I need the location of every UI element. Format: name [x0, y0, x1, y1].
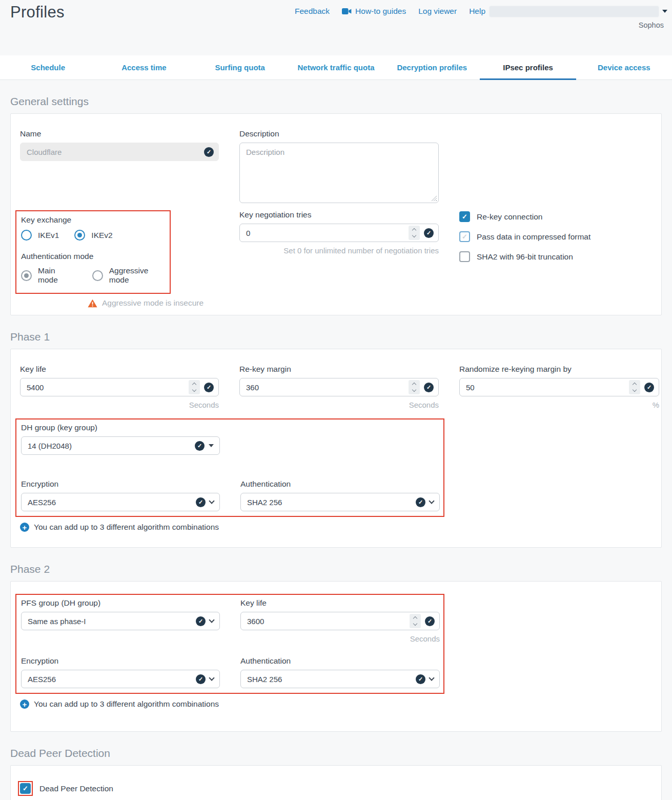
phase1-algorithms-annotation-box: DH group (key group) 14 (DH2048) ✓ Encry…	[15, 418, 444, 517]
radio-aggressive-mode[interactable]	[92, 270, 103, 281]
tab-schedule[interactable]: Schedule	[0, 55, 96, 79]
p2-key-life-label: Key life	[240, 598, 440, 608]
radio-ikev1-label: IKEv1	[38, 231, 59, 240]
tab-decryption-profiles[interactable]: Decryption profiles	[384, 55, 480, 79]
compressed-format-label: Pass data in compressed format	[477, 232, 590, 242]
stepper-control[interactable]	[410, 614, 421, 628]
tab-access-time[interactable]: Access time	[96, 55, 192, 79]
p1-note: You can add up to 3 different algorithm …	[34, 523, 219, 532]
phase2-card: PFS group (DH group) Same as phase-I ✓ K…	[10, 581, 662, 732]
valid-check-icon: ✓	[196, 674, 206, 684]
stepper-control[interactable]	[629, 380, 640, 394]
randomize-margin-input[interactable]: 50 ✓	[459, 378, 659, 396]
warning-triangle-icon	[88, 299, 97, 308]
page-header: Profiles Feedback How-to guides Log view…	[0, 0, 672, 55]
tab-bar: Schedule Access time Surfing quota Netwo…	[0, 55, 672, 80]
p2-key-life-input[interactable]: 3600 ✓	[240, 612, 440, 630]
tab-device-access[interactable]: Device access	[576, 55, 672, 79]
p2-encryption-select[interactable]: AES256 ✓	[21, 670, 220, 688]
p1-authentication-label: Authentication	[240, 479, 440, 489]
phase1-card: Key life 5400 ✓ Seconds Re-key margin 36…	[10, 349, 662, 548]
valid-check-icon: ✓	[425, 616, 435, 626]
general-settings-heading: General settings	[10, 95, 662, 108]
p2-authentication-select[interactable]: SHA2 256 ✓	[240, 670, 440, 688]
chevron-down-icon	[429, 675, 434, 681]
radio-main-mode[interactable]	[21, 270, 32, 281]
log-viewer-link[interactable]: Log viewer	[418, 7, 457, 16]
rekey-margin-input[interactable]: 360 ✓	[239, 378, 439, 396]
p1-encryption-select[interactable]: AES256 ✓	[21, 493, 220, 511]
radio-ikev2-label: IKEv2	[91, 231, 112, 240]
rekey-connection-label: Re-key connection	[477, 212, 542, 222]
valid-check-icon: ✓	[416, 674, 425, 684]
name-label: Name	[20, 129, 219, 138]
sha2-truncation-label: SHA2 with 96-bit truncation	[477, 252, 573, 262]
key-negotiation-input[interactable]: 0 ✓	[239, 224, 439, 242]
p1-key-life-input[interactable]: 5400 ✓	[20, 378, 219, 396]
sha2-truncation-checkbox[interactable]: ✓	[459, 251, 470, 262]
valid-check-icon: ✓	[424, 228, 434, 238]
name-input[interactable]: Cloudflare ✓	[20, 143, 219, 161]
chevron-down-icon[interactable]	[662, 10, 667, 13]
device-selector-redacted[interactable]	[490, 6, 659, 17]
key-negotiation-label: Key negotiation tries	[239, 210, 439, 219]
phase2-algorithms-annotation-box: PFS group (DH group) Same as phase-I ✓ K…	[15, 594, 444, 694]
rekey-margin-label: Re-key margin	[239, 365, 439, 374]
chevron-down-icon	[209, 498, 214, 504]
dpd-toggle-label: Dead Peer Detection	[39, 784, 113, 793]
general-settings-card: Name Cloudflare ✓ Description Descriptio…	[10, 113, 662, 315]
dpd-checkbox[interactable]: ✓	[20, 783, 31, 794]
page-title: Profiles	[10, 3, 65, 22]
caret-down-icon	[209, 444, 214, 447]
p1-encryption-label: Encryption	[21, 479, 220, 489]
auth-mode-label: Authentication mode	[21, 252, 170, 261]
feedback-link[interactable]: Feedback	[295, 7, 330, 16]
key-exchange-annotation-box: Key exchange IKEv1 IKEv2 Authentication …	[15, 210, 171, 294]
p2-note: You can add up to 3 different algorithm …	[34, 699, 219, 709]
dpd-card: ✓ Dead Peer Detection Check peer after e…	[10, 765, 662, 800]
valid-check-icon: ✓	[195, 441, 205, 451]
valid-check-icon: ✓	[204, 147, 214, 157]
help-link[interactable]: Help	[469, 7, 485, 16]
p1-key-life-label: Key life	[20, 365, 219, 374]
add-combination-icon[interactable]: +	[20, 699, 29, 709]
description-label: Description	[239, 129, 439, 138]
key-negotiation-help: Set 0 for unlimited number of negotiatio…	[239, 246, 439, 255]
valid-check-icon: ✓	[196, 497, 206, 507]
video-camera-icon	[342, 8, 352, 15]
stepper-control[interactable]	[409, 380, 420, 394]
brand-label: Sophos	[639, 21, 664, 29]
aggressive-mode-warning: Aggressive mode is insecure	[102, 298, 203, 308]
rekey-connection-checkbox[interactable]: ✓	[459, 211, 470, 222]
dpd-heading: Dead Peer Detection	[10, 747, 662, 759]
tab-surfing-quota[interactable]: Surfing quota	[192, 55, 288, 79]
p1-key-life-unit: Seconds	[20, 401, 219, 409]
radio-ikev2[interactable]	[74, 230, 85, 241]
radio-ikev1[interactable]	[21, 230, 32, 241]
valid-check-icon: ✓	[204, 383, 214, 392]
p2-authentication-label: Authentication	[240, 656, 440, 666]
pfs-group-label: PFS group (DH group)	[21, 598, 220, 608]
p2-key-life-unit: Seconds	[240, 634, 440, 643]
randomize-margin-label: Randomize re-keying margin by	[459, 365, 659, 374]
tab-ipsec-profiles[interactable]: IPsec profiles	[480, 55, 576, 79]
radio-main-mode-label: Main mode	[38, 266, 77, 285]
stepper-control[interactable]	[189, 380, 200, 394]
compressed-format-checkbox[interactable]: ✓	[459, 231, 470, 242]
p1-authentication-select[interactable]: SHA2 256 ✓	[240, 493, 440, 511]
add-combination-icon[interactable]: +	[20, 523, 29, 532]
dh-group-select[interactable]: 14 (DH2048) ✓	[21, 436, 220, 455]
stepper-control[interactable]	[409, 226, 420, 240]
howto-guides-link[interactable]: How-to guides	[342, 7, 406, 16]
phase2-heading: Phase 2	[10, 563, 662, 575]
rekey-margin-unit: Seconds	[239, 401, 439, 409]
chevron-down-icon	[209, 675, 214, 681]
valid-check-icon: ✓	[644, 383, 654, 392]
chevron-down-icon	[429, 498, 434, 504]
description-textarea[interactable]: Description	[239, 143, 439, 203]
dpd-checkbox-annotation-box: ✓	[18, 781, 33, 796]
pfs-group-select[interactable]: Same as phase-I ✓	[21, 612, 220, 630]
tab-network-traffic-quota[interactable]: Network traffic quota	[288, 55, 384, 79]
p2-encryption-label: Encryption	[21, 656, 220, 666]
radio-aggressive-mode-label: Aggressive mode	[109, 266, 170, 285]
